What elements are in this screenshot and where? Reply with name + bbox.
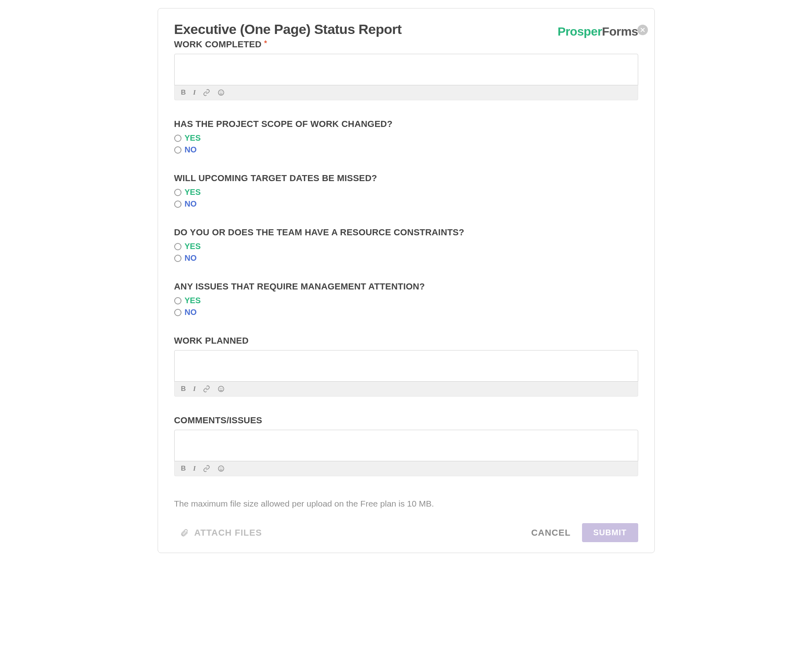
label-text: WORK COMPLETED xyxy=(174,39,262,49)
required-icon: * xyxy=(264,39,267,47)
radio-label-yes[interactable]: YES xyxy=(185,242,201,251)
close-button[interactable] xyxy=(637,25,648,35)
radio-yes[interactable] xyxy=(174,297,181,304)
radio-option-no: NO xyxy=(174,199,638,209)
radio-yes[interactable] xyxy=(174,243,181,250)
radio-yes[interactable] xyxy=(174,135,181,142)
field-scope-changed: HAS THE PROJECT SCOPE OF WORK CHANGED? Y… xyxy=(174,119,638,154)
svg-point-0 xyxy=(219,90,224,95)
cancel-button[interactable]: CANCEL xyxy=(531,528,571,538)
svg-point-3 xyxy=(219,386,224,392)
field-dates-missed: WILL UPCOMING TARGET DATES BE MISSED? YE… xyxy=(174,173,638,209)
upload-size-hint: The maximum file size allowed per upload… xyxy=(174,499,638,509)
radio-group: YES NO xyxy=(174,296,638,317)
field-label: DO YOU OR DOES THE TEAM HAVE A RESOURCE … xyxy=(174,227,638,238)
radio-option-yes: YES xyxy=(174,133,638,143)
emoji-button[interactable] xyxy=(217,385,225,393)
field-work-completed: WORK COMPLETED * B I xyxy=(174,39,638,100)
field-comments: COMMENTS/ISSUES B I xyxy=(174,415,638,476)
svg-point-1 xyxy=(220,92,221,92)
bold-button[interactable]: B xyxy=(181,465,186,473)
link-icon xyxy=(203,385,210,393)
radio-label-no[interactable]: NO xyxy=(185,199,197,209)
radio-label-yes[interactable]: YES xyxy=(185,188,201,197)
radio-label-no[interactable]: NO xyxy=(185,253,197,263)
svg-point-8 xyxy=(222,468,222,468)
radio-label-no[interactable]: NO xyxy=(185,145,197,154)
attach-label: ATTACH FILES xyxy=(194,528,262,538)
field-label: COMMENTS/ISSUES xyxy=(174,415,638,426)
radio-label-yes[interactable]: YES xyxy=(185,296,201,305)
field-label: WORK PLANNED xyxy=(174,336,638,346)
italic-button[interactable]: I xyxy=(193,465,196,473)
emoji-icon xyxy=(217,465,225,472)
brand-logo: ProsperForms xyxy=(557,25,638,38)
work-planned-input[interactable] xyxy=(174,350,638,382)
link-button[interactable] xyxy=(203,89,210,97)
radio-group: YES NO xyxy=(174,242,638,263)
field-label: WILL UPCOMING TARGET DATES BE MISSED? xyxy=(174,173,638,184)
svg-point-6 xyxy=(219,466,224,471)
editor-toolbar: B I xyxy=(174,382,638,397)
editor-toolbar: B I xyxy=(174,85,638,100)
radio-yes[interactable] xyxy=(174,189,181,196)
radio-option-no: NO xyxy=(174,145,638,154)
modal-footer: ATTACH FILES CANCEL SUBMIT xyxy=(174,523,638,542)
radio-option-yes: YES xyxy=(174,296,638,305)
emoji-icon xyxy=(217,385,225,393)
modal-header: Executive (One Page) Status Report Prosp… xyxy=(174,21,638,38)
field-mgmt-attention: ANY ISSUES THAT REQUIRE MANAGEMENT ATTEN… xyxy=(174,281,638,317)
field-label: ANY ISSUES THAT REQUIRE MANAGEMENT ATTEN… xyxy=(174,281,638,292)
field-label: HAS THE PROJECT SCOPE OF WORK CHANGED? xyxy=(174,119,638,129)
field-label: WORK COMPLETED * xyxy=(174,39,638,50)
emoji-button[interactable] xyxy=(217,465,225,473)
bold-button[interactable]: B xyxy=(181,385,186,393)
comments-input[interactable] xyxy=(174,430,638,461)
form-title: Executive (One Page) Status Report xyxy=(174,21,402,37)
radio-label-yes[interactable]: YES xyxy=(185,133,201,143)
logo-part2: Forms xyxy=(602,25,638,38)
link-button[interactable] xyxy=(203,465,210,473)
radio-option-no: NO xyxy=(174,253,638,263)
paperclip-icon xyxy=(180,527,189,539)
logo-part1: Prosper xyxy=(557,25,602,38)
close-icon xyxy=(640,27,645,32)
link-button[interactable] xyxy=(203,385,210,393)
radio-group: YES NO xyxy=(174,188,638,209)
radio-group: YES NO xyxy=(174,133,638,154)
field-work-planned: WORK PLANNED B I xyxy=(174,336,638,397)
radio-option-yes: YES xyxy=(174,242,638,251)
radio-no[interactable] xyxy=(174,255,181,262)
submit-button[interactable]: SUBMIT xyxy=(582,523,638,542)
radio-no[interactable] xyxy=(174,146,181,154)
attach-files-button[interactable]: ATTACH FILES xyxy=(174,527,262,539)
status-report-modal: Executive (One Page) Status Report Prosp… xyxy=(158,8,655,553)
radio-no[interactable] xyxy=(174,309,181,316)
italic-button[interactable]: I xyxy=(193,89,196,97)
link-icon xyxy=(203,465,210,472)
italic-button[interactable]: I xyxy=(193,385,196,393)
radio-no[interactable] xyxy=(174,201,181,208)
svg-point-7 xyxy=(220,468,221,468)
footer-actions: CANCEL SUBMIT xyxy=(531,523,638,542)
editor-toolbar: B I xyxy=(174,461,638,476)
radio-label-no[interactable]: NO xyxy=(185,308,197,317)
svg-point-4 xyxy=(220,388,221,389)
field-resource-constraints: DO YOU OR DOES THE TEAM HAVE A RESOURCE … xyxy=(174,227,638,263)
emoji-button[interactable] xyxy=(217,89,225,97)
svg-point-5 xyxy=(222,388,222,389)
bold-button[interactable]: B xyxy=(181,89,186,97)
emoji-icon xyxy=(217,89,225,96)
svg-point-2 xyxy=(222,92,222,92)
link-icon xyxy=(203,89,210,96)
work-completed-input[interactable] xyxy=(174,54,638,85)
radio-option-no: NO xyxy=(174,308,638,317)
radio-option-yes: YES xyxy=(174,188,638,197)
